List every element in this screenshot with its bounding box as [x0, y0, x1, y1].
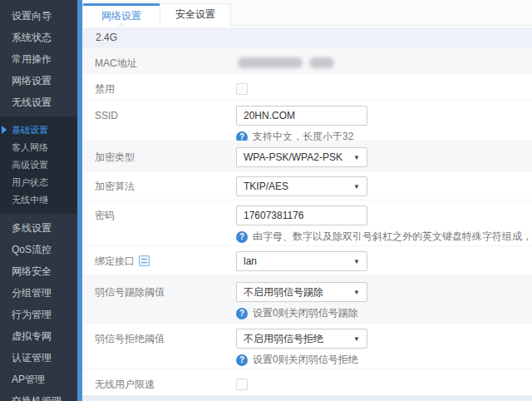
wireless-submenu: 基础设置 客人网络 高级设置 用户状态 无线中继 [0, 116, 77, 214]
mac-address-redacted-value [236, 53, 532, 73]
sidebar-item-network-settings[interactable]: 网络设置 [0, 70, 77, 92]
sidebar-subitem-basic-settings[interactable]: 基础设置 [0, 121, 77, 139]
ssid-label: SSID [95, 106, 118, 126]
sidebar-item-network-security[interactable]: 网络安全 [0, 260, 77, 282]
bind-interface-value: lan [244, 255, 353, 267]
form-row-weak-signal-kick: 弱信号踢除阈值 不启用弱信号踢除 ▼ ? 设置0则关闭弱信号踢除 [82, 275, 532, 324]
sidebar-item-qos[interactable]: QoS流控 [0, 239, 77, 260]
sidebar-subitem-user-status[interactable]: 用户状态 [0, 174, 77, 191]
help-question-icon: ? [236, 231, 248, 243]
bind-interface-label: 绑定接口 [95, 251, 135, 271]
help-question-icon: ? [236, 354, 248, 366]
tab-label: 安全设置 [175, 8, 215, 20]
help-question-icon: ? [236, 308, 248, 319]
active-item-arrow-icon [2, 126, 7, 134]
sidebar-item-setup-wizard[interactable]: 设置向导 [0, 5, 77, 27]
chevron-down-icon: ▼ [353, 183, 360, 191]
password-help-text: 由字母、数字以及除双引号斜杠之外的英文键盘特殊字符组成，长度是8到63个字符 [253, 230, 532, 244]
tab-network-settings[interactable]: 网络设置 [82, 3, 160, 26]
weak-signal-reject-value: 不启用弱信号拒绝 [244, 332, 353, 346]
form-row-encryption-type: 加密类型 WPA-PSK/WPA2-PSK ▼ [82, 141, 532, 171]
mac-address-label: MAC地址 [95, 53, 137, 73]
sidebar-item-multiline-settings[interactable]: 多线设置 [0, 217, 77, 239]
sidebar-item-auth-management[interactable]: 认证管理 [0, 347, 77, 369]
encryption-algorithm-select[interactable]: TKIP/AES ▼ [236, 176, 367, 196]
form-row-encryption-algorithm: 加密算法 TKIP/AES ▼ [82, 171, 532, 200]
weak-signal-reject-label: 弱信号拒绝阈值 [95, 329, 165, 349]
disable-checkbox[interactable] [236, 83, 248, 95]
sidebar-item-wireless-settings[interactable]: 无线设置 [0, 92, 77, 113]
weak-signal-reject-help: ? 设置0则关闭弱信号拒绝 [236, 353, 532, 367]
active-tab-notch [117, 22, 126, 27]
ssid-input[interactable] [236, 106, 367, 126]
sidebar-item-ap-management[interactable]: AP管理 [0, 369, 77, 390]
weak-signal-kick-label: 弱信号踢除阈值 [95, 282, 165, 302]
wireless-settings-form: MAC地址 禁用 SSID ? 支持中文，长度小于32 [82, 48, 532, 401]
user-speed-limit-label: 无线用户限速 [95, 374, 155, 394]
encryption-algorithm-label: 加密算法 [95, 176, 135, 196]
sidebar: 设置向导 系统状态 常用操作 网络设置 无线设置 基础设置 客人网络 高级设置 … [0, 0, 77, 401]
sidebar-item-switch-management[interactable]: 交换机管理 [0, 390, 77, 401]
chevron-down-icon: ▼ [353, 289, 360, 296]
main-content: 网络设置 安全设置 2.4G MAC地址 禁用 SSID [82, 0, 532, 401]
sidebar-subitem-guest-network[interactable]: 客人网络 [0, 139, 77, 156]
weak-signal-reject-help-text: 设置0则关闭弱信号拒绝 [253, 353, 358, 367]
sidebar-item-behavior-management[interactable]: 行为管理 [0, 304, 77, 325]
chevron-down-icon: ▼ [353, 335, 360, 343]
form-row-weak-signal-reject: 弱信号拒绝阈值 不启用弱信号拒绝 ▼ ? 设置0则关闭弱信号拒绝 [82, 324, 532, 369]
tab-security-settings[interactable]: 安全设置 [160, 3, 231, 26]
chevron-down-icon: ▼ [353, 258, 360, 265]
encryption-type-label: 加密类型 [95, 147, 135, 167]
password-input[interactable] [236, 205, 367, 225]
form-row-disable: 禁用 [82, 74, 532, 101]
bind-interface-info-icon[interactable] [139, 255, 150, 266]
weak-signal-kick-help: ? 设置0则关闭弱信号踢除 [236, 306, 532, 320]
sidebar-item-common-ops[interactable]: 常用操作 [0, 48, 77, 70]
weak-signal-reject-select[interactable]: 不启用弱信号拒绝 ▼ [236, 329, 367, 349]
disable-label: 禁用 [95, 79, 115, 99]
form-row-user-speed-limit: 无线用户限速 [82, 369, 532, 396]
weak-signal-kick-select[interactable]: 不启用弱信号踢除 ▼ [236, 282, 367, 302]
form-row-password: 密码 ? 由字母、数字以及除双引号斜杠之外的英文键盘特殊字符组成，长度是8到63… [82, 200, 532, 246]
sidebar-subitem-wireless-relay[interactable]: 无线中继 [0, 191, 77, 209]
form-row-mac-address: MAC地址 [82, 48, 532, 74]
form-row-bind-interface: 绑定接口 lan ▼ [82, 246, 532, 275]
password-label: 密码 [95, 205, 115, 225]
chevron-down-icon: ▼ [353, 154, 360, 161]
sidebar-item-vpn[interactable]: 虚拟专网 [0, 325, 77, 347]
section-title-2-4g: 2.4G [82, 27, 532, 48]
password-help: ? 由字母、数字以及除双引号斜杠之外的英文键盘特殊字符组成，长度是8到63个字符 [236, 230, 532, 244]
tab-bar: 网络设置 安全设置 [82, 0, 532, 26]
sidebar-subitem-label: 基础设置 [12, 125, 48, 135]
encryption-type-select[interactable]: WPA-PSK/WPA2-PSK ▼ [236, 147, 367, 167]
tab-label: 网络设置 [101, 10, 141, 22]
bind-interface-select[interactable]: lan ▼ [236, 251, 367, 271]
user-speed-limit-checkbox[interactable] [236, 379, 248, 390]
sidebar-item-group-management[interactable]: 分组管理 [0, 282, 77, 304]
weak-signal-kick-value: 不启用弱信号踢除 [244, 285, 353, 300]
sidebar-subitem-advanced-settings[interactable]: 高级设置 [0, 156, 77, 174]
sidebar-item-system-status[interactable]: 系统状态 [0, 27, 77, 48]
encryption-type-value: WPA-PSK/WPA2-PSK [244, 151, 353, 163]
next-section-band [82, 396, 532, 401]
form-row-ssid: SSID ? 支持中文，长度小于32 [82, 101, 532, 141]
weak-signal-kick-help-text: 设置0则关闭弱信号踢除 [253, 306, 358, 320]
encryption-algorithm-value: TKIP/AES [244, 181, 353, 192]
